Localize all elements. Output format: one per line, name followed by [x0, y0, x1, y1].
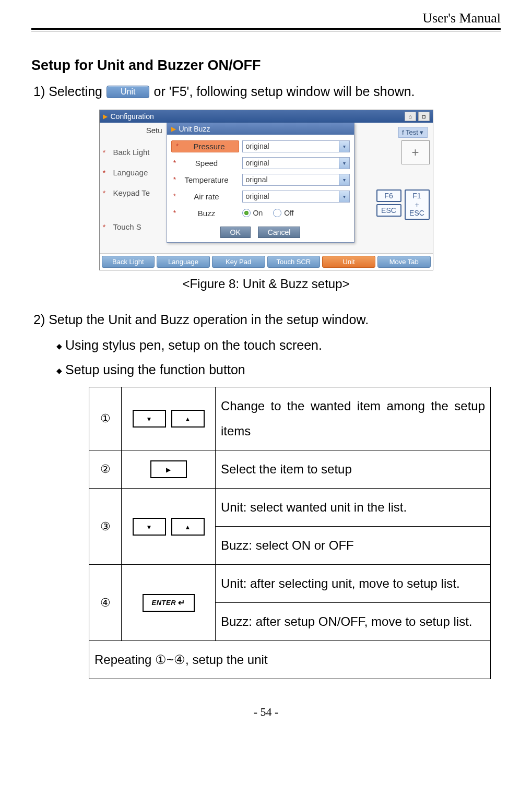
- row-label: Temperature: [181, 175, 233, 184]
- row-desc: Unit: select wanted unit in the list.: [216, 489, 491, 527]
- down-key-icon: [133, 518, 166, 536]
- left-item-label: Touch S: [113, 222, 141, 231]
- bb-keypad[interactable]: Key Pad: [212, 256, 265, 268]
- row-num: ①: [89, 387, 122, 450]
- right-panel: f Test ▾ + F6 ESC F1 + ESC: [357, 127, 430, 220]
- dropdown-value: original: [246, 159, 269, 167]
- unit-buzz-dialog: ▶ Unit Buzz *Pressure original▾ *Speed o…: [167, 123, 354, 243]
- left-item-language[interactable]: *Language: [103, 162, 167, 183]
- row-icons: [122, 489, 216, 565]
- dropdown-value: original: [246, 142, 269, 150]
- row-num: ③: [89, 489, 122, 565]
- step-1-line: 1) Selecting Unit or 'F5', following set…: [33, 84, 501, 99]
- row-airrate[interactable]: *Air rate original▾: [171, 188, 350, 205]
- radio-label: On: [253, 209, 263, 217]
- left-item-touch[interactable]: *Touch S: [103, 217, 167, 237]
- step-2-line: 2) Setup the Unit and Buzz operation in …: [33, 312, 501, 327]
- row-icons: [122, 450, 216, 489]
- dropdown-value: orignal: [246, 175, 268, 184]
- row-desc: Buzz: select ON or OFF: [216, 527, 491, 565]
- f1-plus-esc-key[interactable]: F1 + ESC: [405, 189, 430, 220]
- bullet-2: ◆Setup using the function button: [56, 362, 501, 377]
- f6-key[interactable]: F6: [376, 189, 401, 202]
- table-row: Repeating ①~④, setup the unit: [89, 641, 491, 679]
- row-label: Buzz: [181, 209, 233, 218]
- dialog-titlebar: ▶ Unit Buzz: [167, 123, 354, 135]
- row-temperature[interactable]: *Temperature orignal▾: [171, 171, 350, 188]
- row-desc: Buzz: after setup ON/OFF, move to setup …: [216, 603, 491, 641]
- page-header: User's Manual: [31, 10, 501, 28]
- bottom-bar: Back Light Language Key Pad Touch SCR Un…: [100, 253, 433, 270]
- header-rule: [31, 28, 501, 31]
- main-area: Setu *Back Light *Language *Keypad Te *T…: [100, 123, 433, 253]
- dialog-title-text: Unit Buzz: [179, 125, 210, 133]
- row-pressure[interactable]: *Pressure original▾: [171, 138, 350, 155]
- left-item-keypad[interactable]: *Keypad Te: [103, 183, 167, 203]
- row-num: ④: [89, 565, 122, 641]
- title-arrow-icon: ▶: [103, 113, 108, 120]
- temperature-dropdown[interactable]: orignal▾: [242, 174, 350, 186]
- row-icons: ENTER: [122, 565, 216, 641]
- bb-backlight[interactable]: Back Light: [102, 256, 155, 268]
- chevron-down-icon[interactable]: ▾: [339, 141, 349, 152]
- speed-dropdown[interactable]: original▾: [242, 157, 350, 169]
- right-key-icon: [150, 460, 187, 478]
- buzz-on-radio[interactable]: [242, 209, 251, 217]
- setu-tab-fragment: Setu: [103, 126, 167, 135]
- down-key-icon: [133, 410, 166, 428]
- left-item-label: Language: [113, 168, 148, 177]
- dialog-arrow-icon: ▶: [171, 125, 176, 133]
- row-buzz: *Buzz On Off: [171, 205, 350, 221]
- screenshot-container: ▶ Configuration ⌂ ◘ Setu *Back Light *La…: [31, 110, 501, 270]
- ftest-tab[interactable]: f Test ▾: [398, 127, 427, 138]
- row-desc: Unit: after selecting unit, move to setu…: [216, 565, 491, 603]
- row-speed[interactable]: *Speed original▾: [171, 155, 350, 171]
- window-titlebar: ▶ Configuration ⌂ ◘: [100, 110, 433, 123]
- page-number: - 54 -: [31, 705, 501, 719]
- cancel-button[interactable]: Cancel: [258, 227, 301, 238]
- up-key-icon: [171, 518, 205, 536]
- bb-language[interactable]: Language: [157, 256, 210, 268]
- function-table: ① Change to the wanted item among the se…: [89, 387, 491, 679]
- row-label: Pressure: [183, 142, 235, 151]
- radio-label: Off: [284, 209, 293, 217]
- row-desc: Select the item to setup: [216, 450, 491, 489]
- home-icon[interactable]: ⌂: [405, 112, 416, 121]
- chevron-down-icon[interactable]: ▾: [339, 174, 349, 185]
- chevron-down-icon[interactable]: ▾: [339, 191, 349, 202]
- left-item-backlight[interactable]: *Back Light: [103, 142, 167, 162]
- bb-movetab[interactable]: Move Tab: [377, 256, 431, 268]
- bb-touchscr[interactable]: Touch SCR: [267, 256, 321, 268]
- bullet-1: ◆Using stylus pen, setup on the touch sc…: [56, 338, 501, 353]
- section-title: Setup for Unit and Buzzer ON/OFF: [31, 57, 501, 74]
- window-title: Configuration: [111, 112, 154, 121]
- plus-button[interactable]: +: [401, 140, 430, 164]
- row-desc: Change to the wanted item among the setu…: [216, 387, 491, 450]
- enter-key-icon: ENTER: [143, 594, 195, 612]
- dropdown-value: original: [246, 192, 269, 200]
- unit-button-inline: Unit: [107, 86, 149, 98]
- figure-caption: <Figure 8: Unit & Buzz setup>: [31, 277, 501, 291]
- pressure-dropdown[interactable]: original▾: [242, 140, 350, 152]
- esc-key[interactable]: ESC: [376, 204, 401, 217]
- table-row: ② Select the item to setup: [89, 450, 491, 489]
- left-item-label: Back Light: [113, 148, 150, 157]
- bb-unit[interactable]: Unit: [322, 256, 375, 268]
- chevron-down-icon[interactable]: ▾: [339, 158, 349, 169]
- screenshot: ▶ Configuration ⌂ ◘ Setu *Back Light *La…: [99, 110, 433, 270]
- table-row: ④ ENTER Unit: after selecting unit, move…: [89, 565, 491, 603]
- row-label: Speed: [181, 159, 233, 168]
- step1-prefix: 1) Selecting: [33, 84, 102, 99]
- up-key-icon: [171, 410, 205, 428]
- step1-suffix: or 'F5', following setup window will be …: [153, 84, 415, 99]
- airrate-dropdown[interactable]: original▾: [242, 191, 350, 203]
- buzz-off-radio[interactable]: [273, 209, 281, 217]
- table-row: ③ Unit: select wanted unit in the list.: [89, 489, 491, 527]
- camera-icon[interactable]: ◘: [418, 112, 430, 121]
- table-footer: Repeating ①~④, setup the unit: [89, 641, 491, 679]
- row-icons: [122, 387, 216, 450]
- ok-button[interactable]: OK: [220, 227, 251, 238]
- row-label: Air rate: [181, 192, 233, 201]
- left-item-label: Keypad Te: [113, 188, 150, 197]
- table-row: ① Change to the wanted item among the se…: [89, 387, 491, 450]
